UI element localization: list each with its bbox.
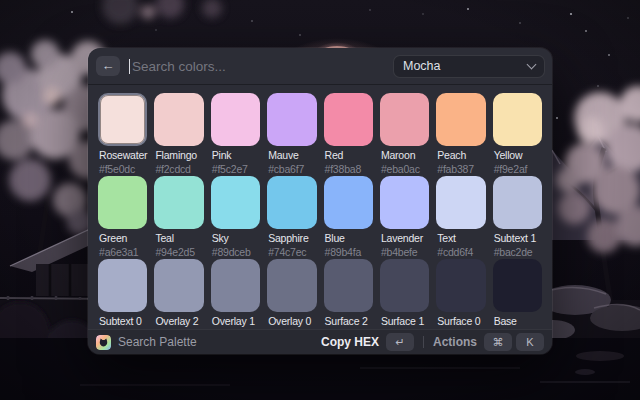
screen: ← Search colors... Mocha Rosewater #f5e0… — [0, 0, 640, 400]
color-name: Surface 1 — [380, 315, 429, 328]
color-name: Sapphire — [267, 232, 316, 245]
actions-menu-button[interactable]: Actions — [433, 335, 477, 349]
color-swatch[interactable] — [380, 93, 429, 146]
color-swatch[interactable] — [380, 176, 429, 229]
footer-divider — [423, 336, 424, 348]
color-cell-mauve[interactable]: Mauve #cba6f7 — [267, 93, 316, 176]
actions-shortcut: ⌘ K — [484, 333, 544, 351]
search-placeholder: Search colors... — [132, 59, 226, 74]
color-cell-surface2[interactable]: Surface 2 — [324, 259, 373, 329]
color-name: Overlay 0 — [267, 315, 316, 328]
color-name: Maroon — [380, 149, 429, 162]
dialog-header: ← Search colors... Mocha — [88, 48, 552, 85]
color-swatch[interactable] — [154, 176, 203, 229]
color-cell-surface0[interactable]: Surface 0 — [436, 259, 485, 329]
color-cell-overlay0[interactable]: Overlay 0 — [267, 259, 316, 329]
color-swatch[interactable] — [211, 93, 260, 146]
copy-hex-action[interactable]: Copy HEX — [321, 335, 379, 349]
catppuccin-cat-icon — [96, 335, 111, 350]
color-swatch[interactable] — [324, 93, 373, 146]
color-name: Yellow — [493, 149, 542, 162]
color-cell-green[interactable]: Green #a6e3a1 — [98, 176, 147, 259]
color-hex: #f2cdcd — [154, 163, 203, 176]
color-swatch[interactable] — [324, 259, 373, 312]
swatch-grid: Rosewater #f5e0dc Flamingo #f2cdcd Pink … — [98, 93, 542, 329]
color-cell-blue[interactable]: Blue #89b4fa — [324, 176, 373, 259]
color-hex: #a6e3a1 — [98, 246, 147, 259]
color-name: Subtext 1 — [493, 232, 542, 245]
color-swatch[interactable] — [267, 259, 316, 312]
color-hex: #eba0ac — [380, 163, 429, 176]
color-hex: #f5e0dc — [98, 163, 147, 176]
color-cell-base[interactable]: Base — [493, 259, 542, 329]
color-swatch[interactable] — [493, 93, 542, 146]
color-hex: #f9e2af — [493, 163, 542, 176]
color-hex: #bac2de — [493, 246, 542, 259]
color-hex: #89b4fa — [324, 246, 373, 259]
back-button[interactable]: ← — [96, 56, 120, 76]
color-name: Base — [493, 315, 542, 328]
color-cell-subtext0[interactable]: Subtext 0 — [98, 259, 147, 329]
color-cell-subtext1[interactable]: Subtext 1 #bac2de — [493, 176, 542, 259]
color-name: Surface 0 — [436, 315, 485, 328]
color-cell-red[interactable]: Red #f38ba8 — [324, 93, 373, 176]
color-name: Sky — [211, 232, 260, 245]
color-cell-teal[interactable]: Teal #94e2d5 — [154, 176, 203, 259]
color-hex: #cba6f7 — [267, 163, 316, 176]
color-swatch[interactable] — [154, 259, 203, 312]
color-cell-yellow[interactable]: Yellow #f9e2af — [493, 93, 542, 176]
chevron-down-icon — [527, 60, 537, 70]
color-name: Overlay 1 — [211, 315, 260, 328]
color-swatch[interactable] — [493, 259, 542, 312]
search-input[interactable]: Search colors... — [129, 59, 384, 74]
back-arrow-icon: ← — [102, 56, 115, 76]
color-cell-peach[interactable]: Peach #fab387 — [436, 93, 485, 176]
color-cell-pink[interactable]: Pink #f5c2e7 — [211, 93, 260, 176]
color-hex: #89dceb — [211, 246, 260, 259]
color-swatch[interactable] — [324, 176, 373, 229]
color-swatch[interactable] — [98, 93, 147, 146]
palette-dropdown[interactable]: Mocha — [393, 55, 545, 78]
action-bar: Search Palette Copy HEX ↵ Actions ⌘ K — [88, 329, 552, 354]
color-name: Teal — [154, 232, 203, 245]
color-cell-overlay1[interactable]: Overlay 1 — [211, 259, 260, 329]
color-cell-rosewater[interactable]: Rosewater #f5e0dc — [98, 93, 147, 176]
command-key-icon[interactable]: ⌘ — [484, 333, 512, 351]
swatch-grid-container: Rosewater #f5e0dc Flamingo #f2cdcd Pink … — [88, 85, 552, 329]
color-cell-text[interactable]: Text #cdd6f4 — [436, 176, 485, 259]
color-swatch[interactable] — [98, 259, 147, 312]
color-swatch[interactable] — [267, 93, 316, 146]
color-swatch[interactable] — [493, 176, 542, 229]
color-cell-flamingo[interactable]: Flamingo #f2cdcd — [154, 93, 203, 176]
color-name: Surface 2 — [324, 315, 373, 328]
color-hex: #74c7ec — [267, 246, 316, 259]
color-hex: #b4befe — [380, 246, 429, 259]
color-hex: #f5c2e7 — [211, 163, 260, 176]
color-swatch[interactable] — [154, 93, 203, 146]
color-cell-overlay2[interactable]: Overlay 2 — [154, 259, 203, 329]
color-swatch[interactable] — [211, 259, 260, 312]
color-swatch[interactable] — [98, 176, 147, 229]
color-cell-surface1[interactable]: Surface 1 — [380, 259, 429, 329]
color-hex: #cdd6f4 — [436, 246, 485, 259]
k-key-icon[interactable]: K — [516, 333, 544, 351]
color-name: Green — [98, 232, 147, 245]
color-cell-lavender[interactable]: Lavender #b4befe — [380, 176, 429, 259]
color-swatch[interactable] — [436, 93, 485, 146]
color-cell-sky[interactable]: Sky #89dceb — [211, 176, 260, 259]
color-swatch[interactable] — [267, 176, 316, 229]
color-name: Overlay 2 — [154, 315, 203, 328]
color-cell-maroon[interactable]: Maroon #eba0ac — [380, 93, 429, 176]
color-name: Pink — [211, 149, 260, 162]
color-name: Blue — [324, 232, 373, 245]
color-cell-sapphire[interactable]: Sapphire #74c7ec — [267, 176, 316, 259]
color-name: Red — [324, 149, 373, 162]
color-name: Subtext 0 — [98, 315, 147, 328]
color-swatch[interactable] — [436, 176, 485, 229]
extension-title: Search Palette — [118, 335, 197, 349]
color-swatch[interactable] — [211, 176, 260, 229]
color-swatch[interactable] — [436, 259, 485, 312]
color-name: Flamingo — [154, 149, 203, 162]
return-key-icon[interactable]: ↵ — [386, 333, 414, 351]
color-swatch[interactable] — [380, 259, 429, 312]
